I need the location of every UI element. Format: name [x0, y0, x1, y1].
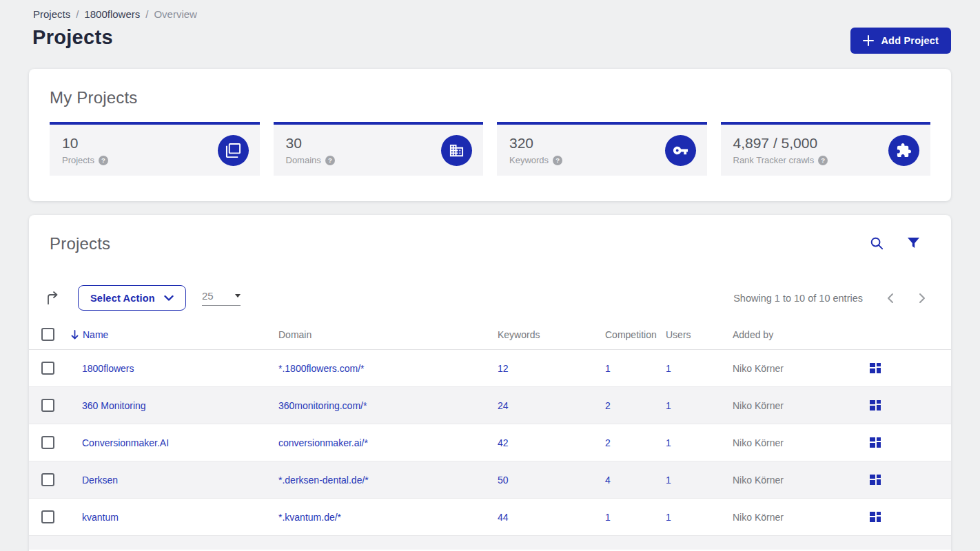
- search-icon[interactable]: [870, 236, 884, 251]
- stat-label: Rank Tracker crawls: [733, 155, 815, 165]
- plus-icon: [863, 35, 874, 46]
- table-body: 1800flowers *.1800flowers.com/* 12 1 1 N…: [29, 350, 951, 536]
- column-header-domain[interactable]: Domain: [278, 329, 498, 340]
- dashboard-grid-icon[interactable]: [870, 475, 881, 485]
- export-arrow-icon[interactable]: [45, 291, 60, 306]
- row-checkbox[interactable]: [41, 473, 54, 486]
- table-toolbar: Select Action 25 Showing 1 to 10 of 10 e…: [45, 285, 926, 311]
- column-header-added-by[interactable]: Added by: [733, 329, 870, 340]
- column-header-keywords[interactable]: Keywords: [498, 329, 605, 340]
- project-domain: *.1800flowers.com/*: [278, 363, 498, 374]
- breadcrumb: Projects / 1800flowers / Overview: [33, 8, 197, 20]
- dashboard-grid-icon[interactable]: [870, 400, 881, 410]
- stat-value: 320: [509, 135, 562, 152]
- project-name-link[interactable]: Conversionmaker.AI: [71, 437, 278, 448]
- table-header-row: Name Domain Keywords Competition Users A…: [29, 320, 951, 350]
- dashboard-grid-icon[interactable]: [870, 437, 881, 448]
- project-domain: conversionmaker.ai/*: [278, 437, 498, 448]
- stat-value: 30: [286, 135, 335, 152]
- table-row: kvantum *.kvantum.de/* 44 1 1 Niko Körne…: [29, 499, 951, 536]
- project-name-link[interactable]: 360 Monitoring: [71, 400, 278, 411]
- project-added-by: Niko Körner: [733, 475, 870, 486]
- chevron-down-icon: [164, 295, 174, 302]
- project-users-count: 1: [666, 437, 733, 448]
- project-added-by: Niko Körner: [733, 363, 870, 374]
- dashboard-grid-icon[interactable]: [870, 363, 881, 373]
- key-icon: [665, 135, 696, 166]
- row-checkbox[interactable]: [41, 436, 54, 449]
- add-project-label: Add Project: [881, 35, 939, 46]
- projects-table-title: Projects: [50, 234, 951, 253]
- add-project-button[interactable]: Add Project: [850, 28, 951, 54]
- row-checkbox[interactable]: [41, 399, 54, 412]
- stat-label: Keywords: [509, 155, 549, 165]
- table-row: Conversionmaker.AI conversionmaker.ai/* …: [29, 424, 951, 461]
- project-domain: *.kvantum.de/*: [278, 512, 498, 523]
- project-added-by: Niko Körner: [733, 512, 870, 523]
- project-competition-count: 2: [605, 400, 666, 411]
- breadcrumb-separator: /: [145, 8, 148, 20]
- dashboard-grid-icon[interactable]: [870, 512, 881, 522]
- project-keywords-count: 12: [498, 363, 605, 374]
- stat-label: Domains: [286, 155, 321, 165]
- help-icon[interactable]: ?: [818, 156, 828, 165]
- stat-value: 10: [62, 135, 108, 152]
- project-keywords-count: 42: [498, 437, 605, 448]
- project-name-link[interactable]: 1800flowers: [71, 363, 278, 374]
- previous-page-button[interactable]: [886, 293, 895, 304]
- table-row: 1800flowers *.1800flowers.com/* 12 1 1 N…: [29, 350, 951, 387]
- breadcrumb-link-projects[interactable]: Projects: [33, 8, 70, 20]
- project-keywords-count: 44: [498, 512, 605, 523]
- project-domain: 360monitoring.com/*: [278, 400, 498, 411]
- puzzle-icon: [888, 135, 919, 166]
- help-icon[interactable]: ?: [99, 156, 108, 165]
- table-row: Derksen *.derksen-dental.de/* 50 4 1 Nik…: [29, 461, 951, 499]
- stat-rank-tracker-crawls: 4,897 / 5,000 Rank Tracker crawls ?: [721, 122, 931, 176]
- project-keywords-count: 50: [498, 475, 605, 486]
- project-added-by: Niko Körner: [733, 400, 870, 411]
- column-header-users[interactable]: Users: [666, 329, 733, 340]
- showing-entries-text: Showing 1 to 10 of 10 entries: [733, 293, 863, 304]
- row-checkbox[interactable]: [41, 362, 54, 375]
- project-name-link[interactable]: kvantum: [71, 512, 278, 523]
- breadcrumb-current: Overview: [154, 8, 197, 20]
- breadcrumb-link-project[interactable]: 1800flowers: [84, 8, 140, 20]
- project-users-count: 1: [666, 512, 733, 523]
- sort-descending-icon: [71, 330, 79, 340]
- row-checkbox[interactable]: [41, 510, 54, 523]
- project-added-by: Niko Körner: [733, 437, 870, 448]
- stat-value: 4,897 / 5,000: [733, 135, 828, 152]
- table-row: 360 Monitoring 360monitoring.com/* 24 2 …: [29, 387, 951, 424]
- stat-projects: 10 Projects ?: [50, 122, 260, 176]
- select-triangle-icon: [235, 294, 241, 298]
- project-name-link[interactable]: Derksen: [71, 475, 278, 486]
- per-page-value: 25: [202, 290, 214, 302]
- stat-label: Projects: [62, 155, 94, 165]
- table-row-clipped: [29, 536, 951, 550]
- select-all-checkbox[interactable]: [41, 328, 54, 341]
- project-competition-count: 2: [605, 437, 666, 448]
- column-header-name[interactable]: Name: [71, 329, 278, 340]
- help-icon[interactable]: ?: [553, 156, 562, 165]
- project-users-count: 1: [666, 363, 733, 374]
- page-title: Projects: [32, 26, 113, 49]
- project-domain: *.derksen-dental.de/*: [278, 475, 498, 486]
- select-action-dropdown[interactable]: Select Action: [78, 285, 186, 311]
- stacked-projects-icon: [218, 135, 249, 166]
- project-keywords-count: 24: [498, 400, 605, 411]
- project-competition-count: 4: [605, 475, 666, 486]
- stats-row: 10 Projects ? 30 Domains ?: [50, 122, 930, 176]
- project-users-count: 1: [666, 475, 733, 486]
- select-action-label: Select Action: [90, 293, 155, 304]
- breadcrumb-separator: /: [76, 8, 79, 20]
- projects-table-card: Projects Select Action 25 Showing 1 to 1…: [29, 215, 951, 551]
- my-projects-title: My Projects: [50, 88, 951, 107]
- per-page-select[interactable]: 25: [202, 290, 241, 306]
- building-icon: [441, 135, 472, 166]
- project-competition-count: 1: [605, 512, 666, 523]
- filter-icon[interactable]: [907, 236, 920, 251]
- project-users-count: 1: [666, 400, 733, 411]
- help-icon[interactable]: ?: [325, 156, 335, 165]
- column-header-competition[interactable]: Competition: [605, 329, 666, 340]
- next-page-button[interactable]: [918, 293, 926, 304]
